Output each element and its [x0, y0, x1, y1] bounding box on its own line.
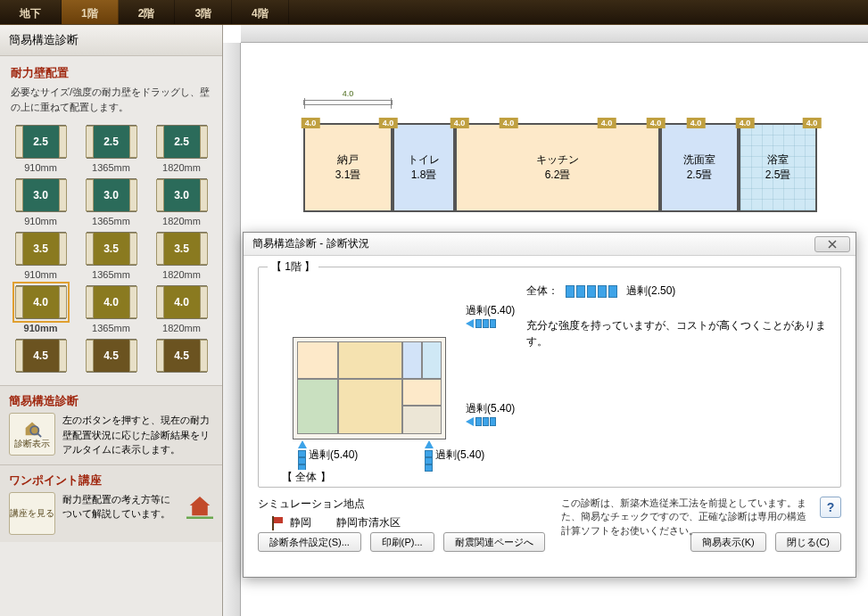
- sidebar-title: 簡易構造診断: [0, 25, 222, 56]
- wall-tile-3.5-1365mm[interactable]: 3.51365mm: [81, 232, 141, 280]
- overall-legend: 【 全体 】: [278, 470, 335, 485]
- tab-basement[interactable]: 地下: [0, 0, 62, 24]
- wall-tile-4.5-row4[interactable]: 4.5: [152, 339, 211, 376]
- wall-tile-2.5-910mm[interactable]: 2.5910mm: [11, 125, 70, 173]
- arrow-left-icon: [466, 319, 474, 328]
- wall-marker[interactable]: 4.0: [598, 118, 616, 128]
- diagnosis-message: 充分な強度を持っていますが、コストが高くつくことがあります。: [526, 317, 828, 349]
- side-bottom-1: 過剰(5.40): [309, 448, 358, 463]
- wall-tile-3.0-1820mm[interactable]: 3.01820mm: [152, 178, 211, 226]
- arrow-up-icon: [298, 440, 307, 448]
- wall-marker[interactable]: 4.0: [379, 118, 398, 128]
- dialog-title: 簡易構造診断 - 診断状況: [252, 236, 369, 251]
- wall-palette-header: 耐力壁配置: [11, 65, 211, 81]
- wall-marker[interactable]: 4.0: [647, 118, 665, 128]
- floor-tabs: 地下 1階 2階 3階 4階: [0, 0, 868, 25]
- wall-marker[interactable]: 4.0: [451, 118, 469, 128]
- wall-tile-3.5-1820mm[interactable]: 3.51820mm: [152, 232, 211, 280]
- side-bottom-2: 過剰(5.40): [435, 448, 484, 463]
- overall-row: 全体： 過剰(2.50): [526, 283, 828, 299]
- wall-tile-4.0-1365mm[interactable]: 4.01365mm: [81, 285, 141, 333]
- wall-tile-2.5-1365mm[interactable]: 2.51365mm: [81, 125, 141, 173]
- sidebar: 簡易構造診断 耐力壁配置 必要なサイズ/強度の耐力壁をドラッグし、壁の上に重ねて…: [0, 25, 223, 616]
- dialog-close-button[interactable]: [814, 236, 850, 252]
- tab-1f[interactable]: 1階: [62, 0, 119, 24]
- wall-marker[interactable]: 4.0: [302, 118, 320, 128]
- house-icon: [186, 492, 213, 519]
- flag-icon: [270, 516, 283, 530]
- diagnosis-help: 左のボタンを押すと、現在の耐力壁配置状況に応じた診断結果をリアルタイムに表示しま…: [62, 413, 213, 457]
- wall-tile-2.5-1820mm[interactable]: 2.51820mm: [152, 125, 211, 173]
- wall-tile-4.0-1820mm[interactable]: 4.01820mm: [152, 285, 211, 333]
- tips-button[interactable]: 講座を見る: [9, 492, 55, 535]
- close-icon: [828, 240, 837, 249]
- wall-marker[interactable]: 4.0: [687, 118, 706, 128]
- overall-gauge: [566, 285, 619, 298]
- location-pref: 静岡: [290, 515, 311, 530]
- ruler-vertical: [223, 43, 241, 616]
- diagnosis-dialog: 簡易構造診断 - 診断状況 【 1階 】 全体： 過剰(2.50) 充分な強度を…: [243, 232, 856, 578]
- dialog-titlebar[interactable]: 簡易構造診断 - 診断状況: [244, 233, 856, 256]
- wall-tile-4.5-row4[interactable]: 4.5: [81, 339, 141, 376]
- help-button[interactable]: ?: [820, 497, 841, 518]
- wall-marker[interactable]: 4.0: [500, 118, 518, 128]
- tips-help: 耐力壁配置の考え方等について解説しています。: [62, 492, 179, 522]
- wall-marker[interactable]: 4.0: [803, 118, 822, 128]
- room-kitchen[interactable]: キッチン 6.2畳: [455, 123, 660, 212]
- wall-tile-4.5-row4[interactable]: 4.5: [11, 339, 70, 376]
- room-wash[interactable]: 洗面室 2.5畳: [660, 123, 739, 212]
- dimension-bar: [303, 100, 393, 105]
- tab-3f[interactable]: 3階: [175, 0, 232, 24]
- side-top: 過剰(5.40): [466, 303, 515, 318]
- mini-floorplan: [293, 337, 446, 439]
- room-bath[interactable]: 浴室 2.5畳: [739, 123, 817, 212]
- wall-palette-help: 必要なサイズ/強度の耐力壁をドラッグし、壁の上に重ねて配置します。: [11, 85, 211, 114]
- diagnosis-button[interactable]: 診断表示: [9, 413, 55, 456]
- tab-4f[interactable]: 4階: [232, 0, 289, 24]
- wall-tile-3.0-1365mm[interactable]: 3.01365mm: [81, 178, 141, 226]
- room-toilet[interactable]: トイレ 1.8畳: [393, 123, 455, 212]
- floor-legend: 【 1階 】: [268, 259, 318, 275]
- arrow-up-icon: [425, 440, 434, 448]
- location-note: この診断は、新築木造従来工法を前提としています。また、簡易なチェックですので、正…: [561, 497, 811, 538]
- diagnosis-header: 簡易構造診断: [9, 393, 213, 409]
- room-closet[interactable]: 納戸 3.1畳: [303, 123, 393, 212]
- magnifier-house-icon: [22, 418, 42, 438]
- side-right: 過剰(5.40): [466, 401, 515, 416]
- ruler-horizontal: [241, 25, 868, 43]
- wall-marker[interactable]: 4.0: [736, 118, 755, 128]
- wall-tile-3.5-910mm[interactable]: 3.5910mm: [11, 232, 70, 280]
- tips-header: ワンポイント講座: [9, 472, 213, 489]
- dimension-label: 4.0: [341, 89, 356, 98]
- tab-2f[interactable]: 2階: [119, 0, 176, 24]
- wall-tile-3.0-910mm[interactable]: 3.0910mm: [11, 178, 70, 226]
- floor-fieldset: 【 1階 】 全体： 過剰(2.50) 充分な強度を持っていますが、コストが高く…: [258, 267, 841, 488]
- wall-palette: 2.5910mm2.51365mm2.51820mm3.0910mm3.0136…: [11, 125, 211, 376]
- arrow-left-icon: [466, 417, 474, 426]
- location-city: 静岡市清水区: [336, 515, 401, 530]
- location-header: シミュレーション地点: [258, 497, 552, 512]
- overall-status: 過剰(2.50): [626, 283, 675, 299]
- wall-tile-4.0-910mm[interactable]: 4.0910mm: [11, 285, 70, 333]
